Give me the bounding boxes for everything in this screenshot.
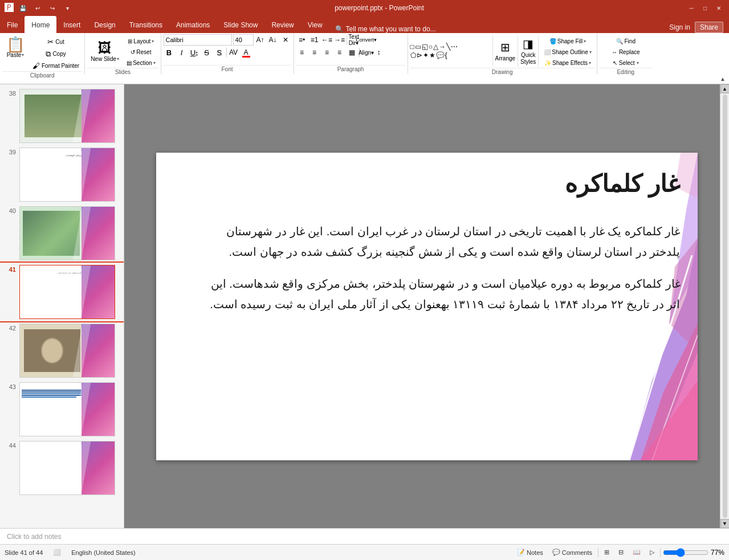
- scroll-down-btn[interactable]: ▼: [720, 519, 730, 528]
- reading-view-btn[interactable]: 📖: [629, 547, 644, 557]
- close-btn[interactable]: ✕: [713, 3, 724, 13]
- slide-thumb-38[interactable]: [19, 89, 115, 143]
- section-button[interactable]: ▤Section▾: [124, 58, 158, 68]
- save-qat-btn[interactable]: 💾: [17, 3, 28, 13]
- scrollbar-thumb[interactable]: [723, 95, 727, 518]
- comments-btn[interactable]: 💬 Comments: [549, 547, 596, 557]
- decrease-indent-btn[interactable]: ←≡: [321, 34, 333, 46]
- font-name-input[interactable]: [164, 34, 232, 46]
- clear-format-btn[interactable]: ✕: [280, 34, 291, 46]
- slide-thumb-40[interactable]: [19, 206, 115, 260]
- columns-btn[interactable]: ▦: [347, 47, 358, 58]
- shape-snip[interactable]: ◱: [422, 43, 428, 51]
- tab-review[interactable]: Review: [264, 16, 300, 33]
- italic-btn[interactable]: I: [176, 47, 188, 58]
- slideshow-btn[interactable]: ▷: [646, 547, 658, 557]
- slide-panel[interactable]: 38 39 تپه‌ چخا تپهٔ چخا از جمله بناهای ب…: [0, 84, 124, 528]
- shape-fill-button[interactable]: 🪣Shape Fill▾: [541, 36, 594, 46]
- slide-item-43[interactable]: 43 ساج: [0, 380, 124, 439]
- notes-btn[interactable]: 📝 Notes: [514, 547, 547, 557]
- font-size-input[interactable]: [233, 34, 254, 46]
- slide-thumb-41[interactable]: غار کلماکره غار کلماکره یک غار با اهمیت …: [19, 265, 115, 319]
- notes-area[interactable]: Click to add notes: [0, 528, 729, 544]
- shape-star4[interactable]: ✦: [423, 51, 429, 59]
- slide-canvas[interactable]: غار کلماکره غار کلماکره یک غار با اهمیت …: [156, 153, 698, 460]
- shape-outline-button[interactable]: ⬜Shape Outline▾: [541, 47, 594, 57]
- slide-title[interactable]: غار کلماکره: [173, 170, 681, 198]
- slide-item-44[interactable]: 44: [0, 439, 124, 497]
- reset-button[interactable]: ↺Reset: [124, 47, 158, 57]
- font-shrink-btn[interactable]: A↓: [267, 34, 279, 46]
- select-button[interactable]: ↖Select▾: [610, 58, 642, 68]
- font-grow-btn[interactable]: A↑: [255, 34, 266, 46]
- slide-item-42[interactable]: 42: [0, 321, 124, 380]
- slide-item-41[interactable]: 41 غار کلماکره غار کلماکره یک غار با اهم…: [0, 263, 124, 321]
- bullets-btn[interactable]: ≡•: [296, 34, 308, 46]
- strikethrough-btn[interactable]: S: [201, 47, 213, 58]
- zoom-slider[interactable]: [663, 549, 708, 557]
- underline-btn[interactable]: U▾: [189, 47, 200, 58]
- slide-sorter-btn[interactable]: ⊟: [615, 547, 627, 557]
- vertical-scrollbar[interactable]: ▲ ▼: [720, 84, 729, 528]
- tab-insert[interactable]: Insert: [56, 16, 87, 33]
- shape-chevron[interactable]: ⊳: [417, 51, 422, 59]
- numbered-btn[interactable]: ≡1: [309, 34, 320, 46]
- shape-triangle[interactable]: △: [433, 43, 438, 51]
- align-text-btn[interactable]: Align▾: [361, 47, 372, 58]
- shape-line[interactable]: ╲: [446, 43, 450, 51]
- shape-roundrect[interactable]: ▭: [415, 43, 421, 51]
- increase-indent-btn[interactable]: →≡: [334, 34, 345, 46]
- shape-star5[interactable]: ★: [429, 51, 435, 59]
- redo-btn[interactable]: ↪: [47, 3, 58, 13]
- justify-btn[interactable]: ≡: [334, 47, 345, 58]
- minimize-btn[interactable]: ─: [686, 3, 697, 13]
- copy-button[interactable]: ⧉Copy: [30, 48, 82, 59]
- accessibility-btn[interactable]: ⬜: [50, 547, 64, 557]
- replace-button[interactable]: ↔Replace: [609, 47, 643, 57]
- maximize-btn[interactable]: □: [699, 3, 711, 13]
- bold-btn[interactable]: B: [164, 47, 175, 58]
- line-spacing-btn[interactable]: ↕: [373, 47, 385, 58]
- slide-thumb-43[interactable]: ساج: [19, 382, 115, 436]
- tab-view[interactable]: View: [301, 16, 329, 33]
- scroll-up-btn[interactable]: ▲: [720, 84, 730, 93]
- shape-arrow[interactable]: →: [439, 43, 446, 51]
- find-button[interactable]: 🔍Find: [613, 36, 638, 46]
- slide-body[interactable]: غار کلماکره یک غار با اهمیت تاریخی در اس…: [202, 221, 681, 314]
- sign-in-btn[interactable]: Sign in: [669, 23, 690, 31]
- font-color-btn[interactable]: A: [241, 47, 252, 58]
- normal-view-btn[interactable]: ⊞: [601, 547, 613, 557]
- undo-btn[interactable]: ↩: [32, 3, 43, 13]
- qat-customize-btn[interactable]: ▾: [62, 3, 73, 13]
- ribbon-collapse-btn[interactable]: ▲: [720, 76, 726, 82]
- align-left-btn[interactable]: ≡: [296, 47, 308, 58]
- tab-home[interactable]: Home: [25, 16, 56, 33]
- share-btn[interactable]: Share: [695, 22, 723, 33]
- shape-rect[interactable]: □: [410, 43, 414, 51]
- shape-oval[interactable]: ○: [429, 43, 433, 51]
- tell-me-text[interactable]: Tell me what you want to do...: [346, 25, 436, 33]
- align-center-btn[interactable]: ≡: [309, 47, 320, 58]
- slide-thumb-42[interactable]: [19, 324, 115, 378]
- align-right-btn[interactable]: ≡: [321, 47, 333, 58]
- cut-button[interactable]: ✂Cut: [30, 36, 82, 47]
- shape-effects-button[interactable]: ✨Shape Effects▾: [541, 58, 594, 68]
- slide-thumb-44[interactable]: [19, 441, 115, 495]
- format-painter-button[interactable]: 🖌Format Painter: [30, 60, 82, 71]
- shape-brace[interactable]: {: [445, 51, 447, 59]
- arrange-button[interactable]: ⊞ Arrange: [495, 40, 516, 62]
- notes-placeholder[interactable]: Click to add notes: [7, 533, 61, 541]
- paste-button[interactable]: 📋 Paste▾: [2, 34, 28, 61]
- shape-callout[interactable]: 💬: [436, 51, 445, 59]
- tab-animations[interactable]: Animations: [169, 16, 217, 33]
- shape-more[interactable]: ⋯: [451, 43, 458, 51]
- char-spacing-btn[interactable]: AV: [228, 47, 239, 58]
- layout-button[interactable]: ⊞Layout▾: [124, 36, 158, 46]
- slide-item-38[interactable]: 38: [0, 87, 124, 145]
- convert-smartart-btn[interactable]: Convert▾: [361, 34, 372, 46]
- slide-item-40[interactable]: 40: [0, 204, 124, 263]
- quick-styles-button[interactable]: ◨ QuickStyles: [520, 37, 536, 66]
- slide-item-39[interactable]: 39 تپه‌ چخا تپهٔ چخا از جمله بناهای باست…: [0, 145, 124, 204]
- slide-thumb-39[interactable]: تپه‌ چخا تپهٔ چخا از جمله بناهای باستانی…: [19, 148, 115, 202]
- tab-slideshow[interactable]: Slide Show: [217, 16, 264, 33]
